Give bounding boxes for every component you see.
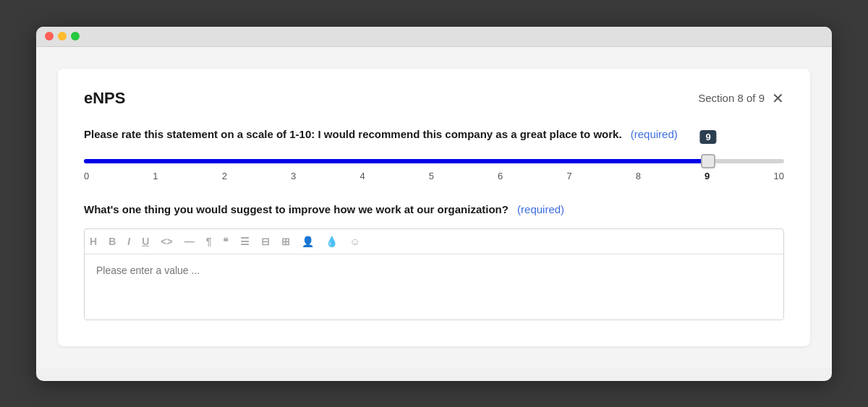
question1-label: Please rate this statement on a scale of… — [84, 128, 784, 140]
card-header: eNPS Section 8 of 9 ✕ — [84, 89, 784, 108]
slider-labels: 0 1 2 3 4 5 6 7 8 9 10 — [84, 171, 784, 181]
toolbar-image[interactable]: ⊞ — [279, 235, 292, 248]
toolbar-emoji[interactable]: ☺ — [347, 235, 362, 248]
titlebar — [36, 27, 832, 47]
survey-card: eNPS Section 8 of 9 ✕ Please rate this s… — [58, 69, 810, 346]
toolbar-water[interactable]: 💧 — [323, 235, 340, 248]
toolbar-person[interactable]: 👤 — [299, 235, 316, 248]
close-button[interactable]: ✕ — [772, 91, 784, 106]
section-info: Section 8 of 9 ✕ — [698, 91, 784, 106]
toolbar-blockquote[interactable]: ❝ — [221, 235, 231, 248]
question2-required: (required) — [517, 203, 564, 215]
question2-block: What's one thing you would suggest to im… — [84, 203, 784, 320]
toolbar-heading[interactable]: H — [88, 235, 99, 248]
slider-wrapper: 9 — [84, 153, 784, 166]
question2-label: What's one thing you would suggest to im… — [84, 203, 784, 215]
card-title: eNPS — [84, 89, 125, 108]
rich-text-editor: H B I U <> — ¶ ❝ ☰ ⊟ ⊞ 👤 💧 ☺ — [84, 228, 784, 320]
toolbar-ol[interactable]: ⊟ — [259, 235, 272, 248]
close-dot[interactable] — [45, 32, 54, 40]
toolbar-underline[interactable]: U — [140, 235, 151, 248]
toolbar-italic[interactable]: I — [125, 235, 132, 248]
maximize-dot[interactable] — [71, 32, 80, 40]
toolbar-ul[interactable]: ☰ — [238, 235, 252, 248]
minimize-dot[interactable] — [58, 32, 67, 40]
rating-slider[interactable] — [84, 159, 784, 163]
toolbar-code[interactable]: <> — [158, 235, 174, 248]
editor-toolbar: H B I U <> — ¶ ❝ ☰ ⊟ ⊞ 👤 💧 ☺ — [85, 229, 783, 254]
toolbar-hr[interactable]: — — [182, 235, 197, 248]
toolbar-bold[interactable]: B — [106, 235, 118, 248]
question1-required: (required) — [631, 128, 678, 140]
section-label: Section 8 of 9 — [698, 92, 765, 104]
suggestion-textarea[interactable] — [85, 254, 783, 320]
toolbar-paragraph[interactable]: ¶ — [204, 235, 214, 248]
content-area: eNPS Section 8 of 9 ✕ Please rate this s… — [36, 47, 832, 368]
question2-text: What's one thing you would suggest to im… — [84, 203, 509, 215]
main-window: eNPS Section 8 of 9 ✕ Please rate this s… — [36, 27, 832, 381]
question1-block: Please rate this statement on a scale of… — [84, 128, 784, 181]
question1-text: Please rate this statement on a scale of… — [84, 128, 622, 140]
